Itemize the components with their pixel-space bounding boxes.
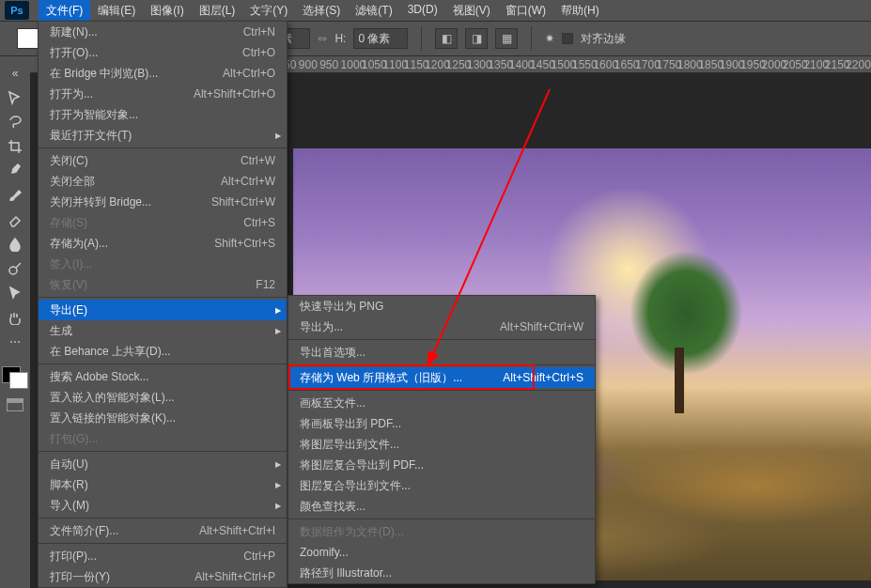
export-menu-item-5[interactable]: 存储为 Web 所用格式（旧版）...Alt+Shift+Ctrl+S: [288, 367, 595, 388]
menu-item-label: 存储为 Web 所用格式（旧版）...: [300, 370, 484, 386]
menu-item-shortcut: Alt+Shift+Ctrl+W: [500, 320, 583, 333]
menu-item-label: 存储为(A)...: [50, 236, 195, 252]
file-menu-item-26[interactable]: 导入(M): [39, 495, 287, 516]
file-menu-item-16[interactable]: 生成: [39, 320, 287, 341]
export-menu-item-1[interactable]: 导出为...Alt+Shift+Ctrl+W: [288, 317, 595, 337]
file-menu-item-4[interactable]: 打开为智能对象...: [39, 104, 287, 125]
menu-item-label: 路径到 Illustrator...: [300, 565, 583, 581]
menu-item-label: 关闭(C): [50, 153, 222, 169]
menu-item-label: 关闭全部: [50, 174, 202, 190]
file-menu-item-31[interactable]: 打印一份(Y)Alt+Shift+Ctrl+P: [39, 566, 287, 587]
menu-编辑(E)[interactable]: 编辑(E): [90, 0, 143, 22]
export-menu-item-15[interactable]: Zoomify...: [288, 542, 595, 563]
menu-item-label: 存储(S): [50, 215, 225, 231]
color-swatches[interactable]: [2, 357, 28, 383]
menubar: Ps 文件(F)编辑(E)图像(I)图层(L)文字(Y)选择(S)滤镜(T)3D…: [0, 0, 871, 21]
export-menu-item-11[interactable]: 图层复合导出到文件...: [288, 475, 595, 496]
export-menu-item-3[interactable]: 导出首选项...: [288, 342, 595, 363]
gear-icon[interactable]: ✷: [545, 32, 554, 45]
menu-3D(D)[interactable]: 3D(D): [400, 0, 445, 22]
export-menu-item-0[interactable]: 快速导出为 PNG: [288, 296, 595, 317]
file-menu-item-20[interactable]: 置入嵌入的智能对象(L)...: [39, 387, 287, 408]
menu-文件(F)[interactable]: 文件(F): [39, 0, 90, 22]
menu-item-label: 颜色查找表...: [300, 499, 583, 515]
collapse-icon[interactable]: «: [5, 64, 25, 83]
file-menu-item-3[interactable]: 打开为...Alt+Shift+Ctrl+O: [39, 84, 287, 104]
menu-帮助(H)[interactable]: 帮助(H): [553, 0, 607, 22]
menu-item-label: 打包(G)...: [50, 431, 275, 447]
export-menu-item-12[interactable]: 颜色查找表...: [288, 496, 595, 517]
app-logo: Ps: [5, 1, 29, 20]
file-menu-item-25[interactable]: 脚本(R): [39, 474, 287, 495]
edit-mode-icon[interactable]: [7, 398, 23, 411]
menu-选择(S)[interactable]: 选择(S): [295, 0, 348, 22]
menu-视图(V)[interactable]: 视图(V): [445, 0, 498, 22]
menu-item-label: 自动(U): [50, 456, 275, 472]
menu-item-label: 快速导出为 PNG: [300, 299, 583, 315]
brush-tool[interactable]: [5, 186, 25, 205]
file-menu-item-8[interactable]: 关闭全部Alt+Ctrl+W: [39, 171, 287, 192]
height-input[interactable]: [353, 28, 408, 49]
file-menu-item-30[interactable]: 打印(P)...Ctrl+P: [39, 546, 287, 566]
menu-item-label: Zoomify...: [300, 546, 583, 559]
menu-item-label: 脚本(R): [50, 477, 275, 493]
menu-item-label: 在 Bridge 中浏览(B)...: [50, 66, 204, 82]
menu-item-label: 生成: [50, 323, 275, 339]
more-tools-icon[interactable]: ⋯: [5, 333, 25, 351]
file-menu-item-1[interactable]: 打开(O)...Ctrl+O: [39, 42, 287, 63]
export-menu-item-10[interactable]: 将图层复合导出到 PDF...: [288, 455, 595, 475]
file-menu-item-0[interactable]: 新建(N)...Ctrl+N: [39, 22, 287, 42]
eyedropper-tool[interactable]: [5, 162, 25, 180]
menu-item-label: 导出(E): [50, 302, 275, 318]
menu-图层(L)[interactable]: 图层(L): [192, 0, 243, 22]
file-menu-item-21[interactable]: 置入链接的智能对象(K)...: [39, 408, 287, 428]
pathop-1[interactable]: ◧: [435, 28, 458, 49]
menu-item-shortcut: Shift+Ctrl+S: [214, 237, 275, 250]
menu-item-shortcut: Ctrl+P: [243, 549, 275, 563]
path-select-tool[interactable]: [5, 284, 25, 302]
export-menu-item-7[interactable]: 画板至文件...: [288, 393, 595, 413]
file-menu-item-11[interactable]: 存储为(A)...Shift+Ctrl+S: [39, 233, 287, 254]
file-menu-item-7[interactable]: 关闭(C)Ctrl+W: [39, 150, 287, 171]
menu-item-shortcut: F12: [256, 278, 275, 291]
eraser-tool[interactable]: [5, 210, 25, 229]
menu-item-label: 打印(P)...: [50, 549, 225, 565]
menu-图像(I)[interactable]: 图像(I): [143, 0, 191, 22]
file-menu-item-15[interactable]: 导出(E): [39, 300, 287, 320]
menu-item-shortcut: Alt+Shift+Ctrl+S: [503, 371, 583, 384]
menu-item-shortcut: Alt+Shift+Ctrl+P: [194, 570, 275, 583]
file-menu-item-28[interactable]: 文件简介(F)...Alt+Shift+Ctrl+I: [39, 520, 287, 541]
pathop-3[interactable]: ▦: [495, 28, 518, 49]
menu-窗口(W)[interactable]: 窗口(W): [498, 0, 553, 22]
dodge-tool[interactable]: [5, 259, 25, 278]
menu-item-label: 文件简介(F)...: [50, 523, 180, 539]
menu-item-label: 置入链接的智能对象(K)...: [50, 410, 275, 426]
menu-item-label: 画板至文件...: [300, 395, 583, 411]
menu-item-label: 搜索 Adobe Stock...: [50, 369, 275, 385]
move-tool[interactable]: [5, 88, 25, 107]
menu-item-label: 打开(O)...: [50, 45, 224, 61]
menu-滤镜(T)[interactable]: 滤镜(T): [348, 0, 399, 22]
file-menu-item-5[interactable]: 最近打开文件(T): [39, 125, 287, 146]
crop-tool[interactable]: [5, 137, 25, 156]
file-menu-item-19[interactable]: 搜索 Adobe Stock...: [39, 366, 287, 387]
export-menu-item-16[interactable]: 路径到 Illustrator...: [288, 563, 595, 583]
menu-item-shortcut: Ctrl+W: [241, 154, 275, 167]
link-wh-icon[interactable]: ⇔: [318, 32, 327, 45]
file-menu-item-17[interactable]: 在 Behance 上共享(D)...: [39, 341, 287, 362]
menu-item-shortcut: Ctrl+S: [243, 216, 275, 229]
ruler-mark: 2200: [846, 58, 871, 71]
menu-item-label: 打开为智能对象...: [50, 107, 275, 123]
export-menu-item-8[interactable]: 将画板导出到 PDF...: [288, 413, 595, 434]
align-edges-label: 对齐边缘: [581, 31, 626, 47]
export-menu-item-9[interactable]: 将图层导出到文件...: [288, 434, 595, 455]
blur-tool[interactable]: [5, 235, 25, 254]
pathop-2[interactable]: ◨: [465, 28, 488, 49]
menu-文字(Y)[interactable]: 文字(Y): [242, 0, 295, 22]
file-menu-item-24[interactable]: 自动(U): [39, 454, 287, 474]
hand-tool[interactable]: [5, 308, 25, 327]
lasso-tool[interactable]: [5, 113, 25, 132]
file-menu-item-2[interactable]: 在 Bridge 中浏览(B)...Alt+Ctrl+O: [39, 63, 287, 84]
file-menu-item-9[interactable]: 关闭并转到 Bridge...Shift+Ctrl+W: [39, 192, 287, 212]
align-edges-checkbox[interactable]: [562, 33, 573, 44]
